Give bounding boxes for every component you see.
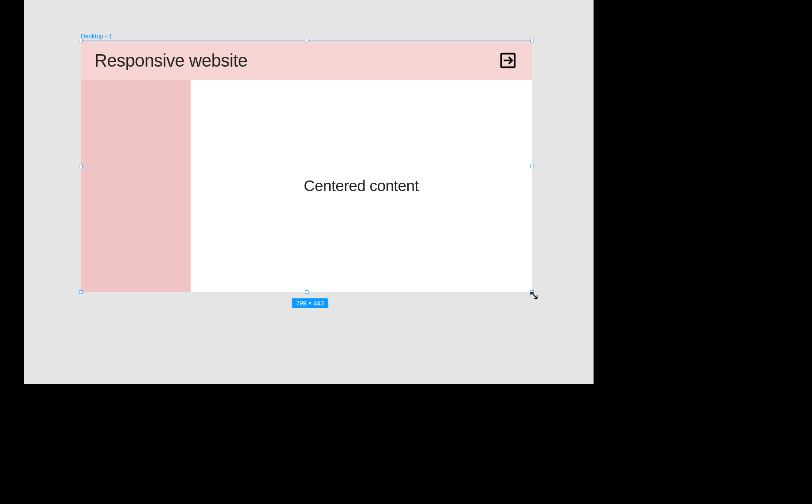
design-canvas[interactable]: Desktop - 1 Responsive website Centered … — [24, 0, 594, 384]
selection-handle-bottom-right[interactable] — [530, 290, 534, 294]
mockup-content-text: Centered content — [304, 177, 419, 195]
exit-icon — [497, 50, 519, 71]
selection-handle-top-right[interactable] — [530, 39, 534, 42]
mockup-content-area: Centered content — [191, 80, 532, 292]
selection-handle-top-middle[interactable] — [305, 39, 308, 42]
selected-frame[interactable]: Responsive website Centered content — [81, 41, 532, 292]
mockup-header: Responsive website — [81, 41, 532, 80]
selection-handle-middle-left[interactable] — [79, 165, 83, 168]
selection-handle-bottom-middle[interactable] — [305, 290, 308, 294]
selection-handle-top-left[interactable] — [79, 39, 83, 42]
mockup-sidebar — [81, 80, 191, 292]
frame-name-label[interactable]: Desktop - 1 — [81, 33, 113, 40]
selection-handle-bottom-left[interactable] — [79, 290, 83, 294]
dimensions-badge: 799 × 443 — [292, 298, 328, 308]
selection-handle-middle-right[interactable] — [530, 165, 534, 168]
mockup-header-title: Responsive website — [94, 51, 248, 71]
mockup-body: Centered content — [81, 80, 532, 292]
